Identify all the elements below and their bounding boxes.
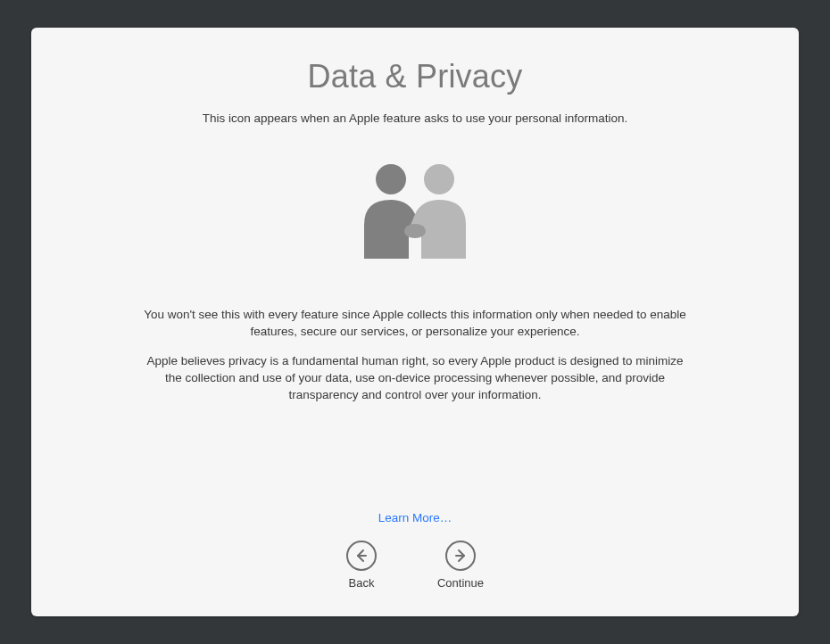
svg-point-2 — [404, 224, 426, 238]
nav-row: Back Continue — [343, 537, 487, 593]
learn-more-link[interactable]: Learn More… — [375, 508, 456, 528]
subtitle-text: This icon appears when an Apple feature … — [203, 111, 628, 125]
setup-panel: Data & Privacy This icon appears when an… — [31, 28, 799, 616]
arrow-right-icon — [445, 541, 476, 571]
continue-label: Continue — [437, 576, 484, 590]
privacy-handshake-icon — [348, 161, 482, 271]
body-paragraph-2: Apple believes privacy is a fundamental … — [138, 353, 692, 404]
back-label: Back — [349, 576, 375, 590]
svg-point-0 — [376, 164, 406, 194]
back-button[interactable]: Back — [343, 537, 380, 593]
arrow-left-icon — [346, 541, 377, 571]
svg-point-1 — [424, 164, 454, 194]
body-paragraph-1: You won't see this with every feature si… — [138, 307, 692, 341]
page-title: Data & Privacy — [308, 58, 523, 95]
continue-button[interactable]: Continue — [434, 537, 487, 593]
